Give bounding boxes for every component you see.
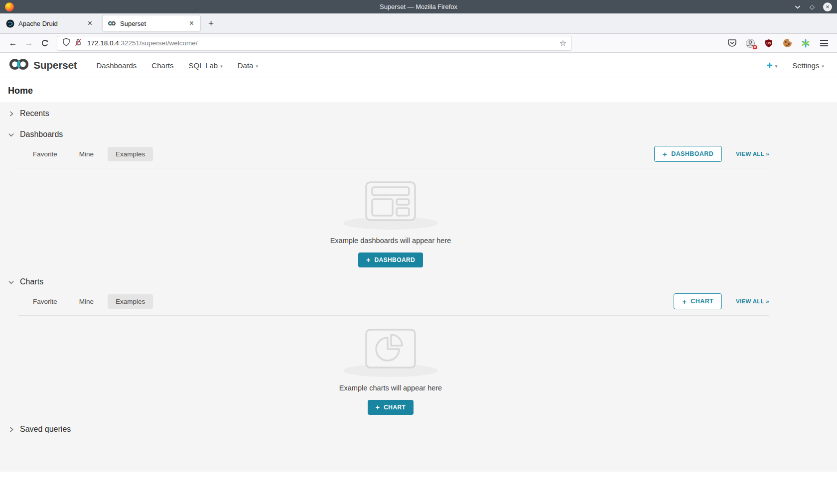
chevron-right-icon [8,426,14,433]
charts-empty-state: Example charts will appear here +CHART [0,316,781,419]
section-label: Dashboards [20,130,63,139]
nav-label: Dashboards [96,61,137,70]
browser-tabbar: Apache Druid × Superset × + [0,13,837,34]
url-bar[interactable]: 172.18.0.4:32251/superset/welcome/ ☆ [57,36,572,51]
settings-label: Settings [792,61,819,70]
tab-favorite[interactable]: Favorite [25,147,65,161]
window-minimize-icon[interactable] [794,3,801,10]
tab-label: Superset [120,20,184,27]
dashboards-subheader: Favorite Mine Examples +DASHBOARD VIEW A… [0,145,837,168]
empty-state-text: Example dashboards will appear here [330,237,451,245]
section-dashboards[interactable]: Dashboards [0,124,837,145]
section-charts[interactable]: Charts [0,271,837,292]
window-title: Superset — Mozilla Firefox [0,3,837,10]
plus-icon: + [376,403,380,411]
url-text[interactable]: 172.18.0.4:32251/superset/welcome/ [86,39,556,47]
section-saved-queries[interactable]: Saved queries [0,419,837,440]
new-chart-button-primary[interactable]: +CHART [368,400,414,415]
tab-apache-druid[interactable]: Apache Druid × [1,13,99,33]
tab-mine[interactable]: Mine [71,147,102,161]
dashboards-tabs: Favorite Mine Examples [25,147,153,161]
caret-down-icon: ▾ [256,62,258,69]
page-title: Home [8,86,829,96]
new-item-button[interactable]: +▾ [767,60,777,71]
new-tab-button[interactable]: + [201,13,221,33]
nav-item-charts[interactable]: Charts [144,53,181,78]
main-menu: Dashboards Charts SQL Lab▾ Data▾ [89,53,265,78]
superset-favicon-icon [108,19,116,28]
plus-icon: + [366,256,371,264]
nav-label: SQL Lab [189,61,218,70]
caret-down-icon: ▾ [775,62,778,69]
home-content: Recents Dashboards Favorite Mine Example… [0,103,837,472]
button-label: CHART [384,404,406,411]
firefox-icon[interactable] [5,2,14,11]
charts-tabs: Favorite Mine Examples [25,294,153,309]
menu-icon[interactable] [819,38,829,48]
tab-superset[interactable]: Superset × [103,15,200,31]
window-maximize-icon[interactable]: ◇ [810,3,815,10]
window-titlebar: Superset — Mozilla Firefox ◇ × [0,0,837,13]
back-icon[interactable]: ← [5,36,21,50]
window-close-icon[interactable]: × [823,2,832,11]
superset-infinity-icon [8,58,30,73]
button-label: DASHBOARD [671,150,713,157]
tab-label: Apache Druid [18,20,82,27]
section-recents[interactable]: Recents [0,103,837,124]
page-header: Home [0,78,837,103]
ublock-origin-icon[interactable]: UO [764,38,774,48]
charts-view-all-link[interactable]: VIEW ALL » [736,298,769,304]
settings-menu[interactable]: Settings▾ [792,61,824,70]
empty-chart-icon [365,328,417,371]
empty-dashboard-icon [365,181,417,224]
section-label: Saved queries [20,425,71,434]
new-dashboard-button[interactable]: +DASHBOARD [654,146,722,162]
url-host: 172.18.0.4 [87,39,119,47]
new-dashboard-button-primary[interactable]: +DASHBOARD [358,252,423,267]
browser-toolbar: ← → 172.18.0.4:32251/superset/welcome/ ☆… [0,34,837,53]
superset-navbar: Superset Dashboards Charts SQL Lab▾ Data… [0,53,837,78]
dashboards-view-all-link[interactable]: VIEW ALL » [736,151,769,157]
asterisk-extension-icon[interactable] [801,38,811,48]
chevron-down-icon [8,131,14,138]
section-label: Charts [20,277,43,286]
pocket-icon[interactable] [727,38,737,48]
tab-examples[interactable]: Examples [108,147,153,161]
nav-label: Data [238,61,254,70]
nav-item-sql-lab[interactable]: SQL Lab▾ [181,53,230,78]
tab-mine[interactable]: Mine [71,294,102,309]
section-label: Recents [20,109,49,118]
svg-text:UO: UO [767,41,771,44]
reload-icon[interactable] [37,36,53,50]
new-chart-button[interactable]: +CHART [674,293,722,309]
button-label: CHART [691,298,713,305]
caret-down-icon: ▾ [822,62,824,69]
error-badge: ✕ [753,45,757,49]
insecure-lock-icon[interactable] [74,38,82,48]
chevron-down-icon [8,279,14,285]
plus-icon: + [767,60,773,71]
nav-item-data[interactable]: Data▾ [230,53,266,78]
cookie-icon[interactable] [782,38,792,48]
forward-icon[interactable]: → [21,36,37,50]
empty-state-text: Example charts will appear here [339,384,442,392]
druid-favicon-icon [6,19,14,28]
bookmark-star-icon[interactable]: ☆ [559,38,566,48]
chevron-right-icon [8,111,14,117]
tab-favorite[interactable]: Favorite [25,294,65,309]
superset-logo[interactable]: Superset [8,58,77,73]
tab-close-icon[interactable]: × [188,19,195,28]
dashboards-empty-state: Example dashboards will appear here +DAS… [0,168,781,271]
url-path: :32251/superset/welcome/ [119,39,198,47]
account-extension-icon[interactable]: ✕ [745,38,755,48]
plus-icon: + [682,297,687,306]
button-label: DASHBOARD [374,256,415,263]
plus-icon: + [663,150,667,158]
nav-label: Charts [151,61,173,70]
tab-close-icon[interactable]: × [86,19,94,28]
tab-examples[interactable]: Examples [108,294,153,309]
nav-item-dashboards[interactable]: Dashboards [89,53,144,78]
charts-subheader: Favorite Mine Examples +CHART VIEW ALL » [0,292,837,315]
caret-down-icon: ▾ [220,62,223,69]
tracking-shield-icon[interactable] [62,38,70,48]
